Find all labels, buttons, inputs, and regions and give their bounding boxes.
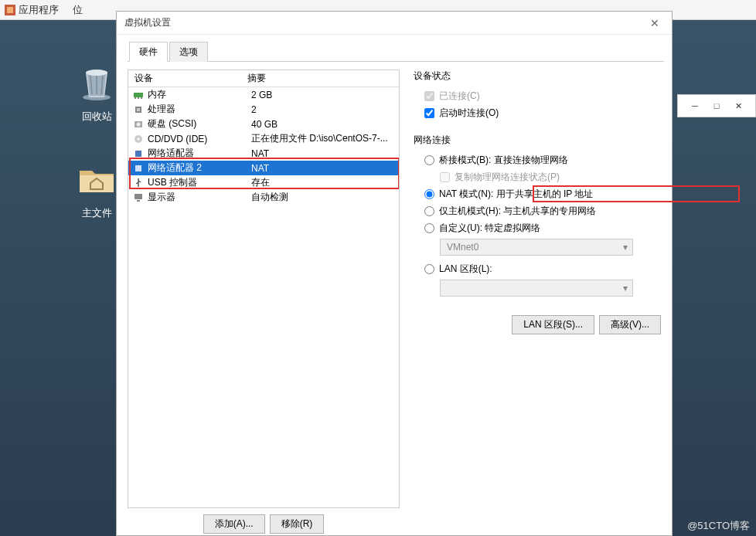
- tab-hardware[interactable]: 硬件: [129, 42, 168, 62]
- radio-bridged[interactable]: [424, 155, 434, 165]
- usb-icon: [133, 178, 144, 188]
- svg-point-3: [86, 70, 107, 76]
- device-status-title: 设备状态: [414, 70, 664, 83]
- network-connection-title: 网络连接: [414, 134, 664, 147]
- svg-rect-14: [135, 151, 141, 157]
- tabs: 硬件 选项: [128, 41, 664, 62]
- header-device: 设备: [128, 72, 244, 85]
- watermark: @51CTO博客: [687, 519, 750, 533]
- radio-hostonly[interactable]: [424, 206, 434, 216]
- vmnet-select: VMnet0 ▾: [440, 239, 633, 256]
- svg-point-13: [138, 137, 140, 140]
- radio-custom-row[interactable]: 自定义(U): 特定虚拟网络: [424, 219, 664, 236]
- radio-lanseg-row[interactable]: LAN 区段(L):: [424, 260, 664, 277]
- minimize-button[interactable]: ─: [684, 97, 706, 114]
- lanseg-select: ▾: [440, 280, 633, 297]
- svg-rect-1: [7, 7, 13, 13]
- radio-nat-row[interactable]: NAT 模式(N): 用于共享主机的 IP 地址: [424, 185, 664, 202]
- vm-settings-dialog: 虚拟机设置 ✕ 硬件 选项 设备 摘要 内存 2 GB: [116, 11, 673, 536]
- memory-icon: [133, 90, 144, 100]
- background-window-controls: ─ □ ✕: [677, 94, 756, 117]
- svg-rect-5: [135, 97, 136, 99]
- device-row-nic1[interactable]: 网络适配器 NAT: [128, 146, 399, 161]
- close-button[interactable]: ✕: [727, 97, 749, 114]
- apps-icon: [5, 5, 15, 15]
- network-icon: [133, 163, 144, 174]
- trash-icon: [77, 62, 117, 102]
- connected-checkbox-row: 已连接(C): [424, 87, 664, 104]
- connect-poweron-checkbox[interactable]: [424, 108, 434, 118]
- device-list-header: 设备 摘要: [128, 70, 399, 87]
- device-row-nic2[interactable]: 网络适配器 2 NAT: [128, 161, 399, 175]
- network-icon: [133, 148, 144, 159]
- device-row-usb[interactable]: USB 控制器 存在: [128, 175, 399, 190]
- svg-rect-17: [137, 200, 140, 202]
- device-row-memory[interactable]: 内存 2 GB: [128, 87, 399, 102]
- desktop-trash-label: 回收站: [82, 110, 112, 124]
- dialog-titlebar: 虚拟机设置 ✕: [117, 12, 672, 35]
- dialog-title: 虚拟机设置: [124, 16, 171, 29]
- add-button[interactable]: 添加(A)...: [203, 514, 265, 534]
- connect-poweron-row[interactable]: 启动时连接(O): [424, 104, 664, 121]
- connected-checkbox: [424, 91, 434, 101]
- dialog-close-button[interactable]: ✕: [644, 15, 666, 31]
- maximize-button[interactable]: □: [706, 97, 727, 114]
- cd-icon: [133, 134, 144, 144]
- replicate-phys-checkbox: [440, 172, 450, 182]
- radio-custom[interactable]: [424, 223, 434, 233]
- chevron-down-icon: ▾: [623, 242, 628, 253]
- disk-icon: [133, 119, 144, 130]
- lan-segments-button[interactable]: LAN 区段(S)...: [512, 315, 594, 334]
- desktop-home-label: 主文件: [82, 206, 112, 220]
- remove-button[interactable]: 移除(R): [270, 514, 325, 534]
- chevron-down-icon: ▾: [623, 283, 628, 293]
- device-row-disk[interactable]: 硬盘 (SCSI) 40 GB: [128, 117, 399, 131]
- svg-rect-4: [134, 93, 143, 97]
- radio-bridged-row[interactable]: 桥接模式(B): 直接连接物理网络: [424, 151, 664, 168]
- taskbar-places[interactable]: 位: [73, 3, 83, 17]
- device-row-display[interactable]: 显示器 自动检测: [128, 190, 399, 205]
- advanced-button[interactable]: 高级(V)...: [599, 315, 661, 334]
- cpu-icon: [133, 104, 144, 115]
- svg-point-11: [137, 122, 141, 126]
- svg-rect-9: [137, 108, 140, 111]
- device-row-cddvd[interactable]: CD/DVD (IDE) 正在使用文件 D:\iso\CentOS-7-...: [128, 131, 399, 146]
- svg-rect-15: [135, 165, 141, 171]
- svg-rect-7: [141, 97, 142, 99]
- radio-nat[interactable]: [424, 189, 434, 199]
- replicate-phys-row: 复制物理网络连接状态(P): [424, 168, 664, 185]
- display-icon: [133, 192, 144, 203]
- radio-hostonly-row[interactable]: 仅主机模式(H): 与主机共享的专用网络: [424, 202, 664, 219]
- home-folder-icon: [77, 158, 117, 198]
- taskbar-apps[interactable]: 应用程序: [19, 3, 59, 17]
- svg-rect-16: [135, 194, 142, 199]
- device-list[interactable]: 设备 摘要 内存 2 GB 处理器 2 硬盘: [128, 70, 400, 508]
- device-row-cpu[interactable]: 处理器 2: [128, 102, 399, 117]
- svg-rect-6: [138, 97, 139, 99]
- close-icon: ✕: [650, 17, 659, 29]
- tab-options[interactable]: 选项: [169, 42, 208, 62]
- radio-lanseg[interactable]: [424, 264, 434, 274]
- header-summary: 摘要: [244, 72, 399, 85]
